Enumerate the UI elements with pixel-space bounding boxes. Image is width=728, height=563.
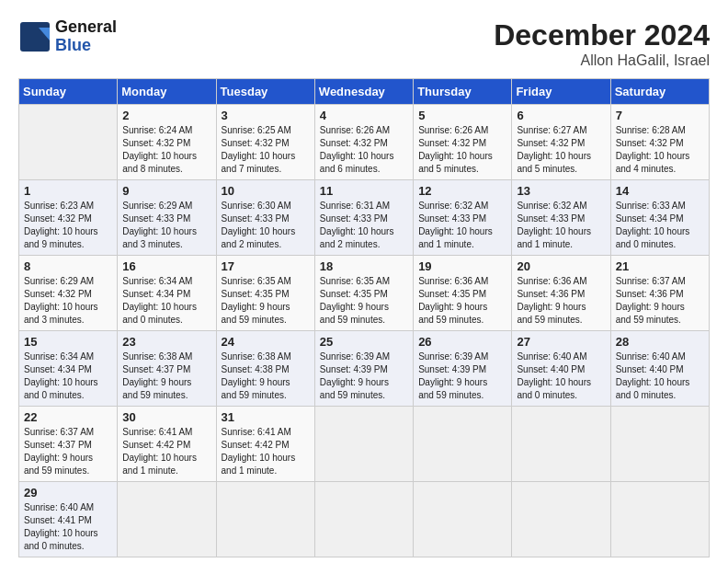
- calendar-cell: [414, 482, 512, 557]
- day-info: Sunrise: 6:34 AM Sunset: 4:34 PM Dayligh…: [24, 350, 112, 402]
- calendar-cell: 2Sunrise: 6:24 AM Sunset: 4:32 PM Daylig…: [118, 105, 216, 180]
- calendar-cell: 20Sunrise: 6:36 AM Sunset: 4:36 PM Dayli…: [512, 256, 610, 331]
- calendar-cell: 22Sunrise: 6:37 AM Sunset: 4:37 PM Dayli…: [19, 407, 118, 482]
- day-number: 8: [24, 259, 112, 273]
- day-info: Sunrise: 6:34 AM Sunset: 4:34 PM Dayligh…: [122, 275, 210, 327]
- calendar-cell: 11Sunrise: 6:31 AM Sunset: 4:33 PM Dayli…: [314, 180, 413, 256]
- calendar-cell: 1Sunrise: 6:23 AM Sunset: 4:32 PM Daylig…: [19, 180, 118, 256]
- day-of-week-sunday: Sunday: [19, 79, 118, 105]
- day-number: 4: [320, 109, 408, 122]
- day-info: Sunrise: 6:40 AM Sunset: 4:41 PM Dayligh…: [24, 501, 112, 553]
- calendar-cell: 3Sunrise: 6:25 AM Sunset: 4:32 PM Daylig…: [216, 105, 314, 180]
- day-number: 10: [222, 184, 310, 198]
- calendar-cell: 15Sunrise: 6:34 AM Sunset: 4:34 PM Dayli…: [19, 331, 118, 407]
- day-number: 12: [418, 184, 506, 198]
- day-number: 1: [24, 184, 112, 198]
- day-number: 31: [222, 410, 310, 424]
- day-info: Sunrise: 6:41 AM Sunset: 4:42 PM Dayligh…: [122, 426, 210, 477]
- day-info: Sunrise: 6:35 AM Sunset: 4:35 PM Dayligh…: [222, 275, 310, 327]
- day-number: 20: [517, 259, 605, 273]
- calendar-cell: 10Sunrise: 6:30 AM Sunset: 4:33 PM Dayli…: [216, 180, 314, 256]
- day-number: 22: [24, 410, 112, 424]
- day-info: Sunrise: 6:27 AM Sunset: 4:32 PM Dayligh…: [517, 124, 605, 176]
- day-info: Sunrise: 6:29 AM Sunset: 4:33 PM Dayligh…: [122, 200, 210, 251]
- day-info: Sunrise: 6:35 AM Sunset: 4:35 PM Dayligh…: [320, 275, 408, 327]
- day-number: 28: [616, 335, 704, 349]
- logo-text-blue: Blue: [55, 37, 117, 55]
- calendar-cell: 24Sunrise: 6:38 AM Sunset: 4:38 PM Dayli…: [216, 331, 314, 407]
- day-of-week-tuesday: Tuesday: [216, 79, 314, 105]
- calendar-cell: 5Sunrise: 6:26 AM Sunset: 4:32 PM Daylig…: [414, 105, 512, 180]
- calendar-table: SundayMondayTuesdayWednesdayThursdayFrid…: [18, 78, 710, 557]
- calendar-cell: [314, 407, 413, 482]
- calendar-cell: [414, 407, 512, 482]
- day-info: Sunrise: 6:24 AM Sunset: 4:32 PM Dayligh…: [122, 124, 210, 176]
- day-number: 9: [122, 184, 210, 198]
- calendar-cell: 16Sunrise: 6:34 AM Sunset: 4:34 PM Dayli…: [118, 256, 216, 331]
- day-info: Sunrise: 6:36 AM Sunset: 4:35 PM Dayligh…: [418, 275, 506, 327]
- logo-text-general: General: [55, 18, 117, 37]
- calendar-cell: 7Sunrise: 6:28 AM Sunset: 4:32 PM Daylig…: [610, 105, 709, 180]
- day-number: 7: [616, 109, 704, 122]
- day-info: Sunrise: 6:33 AM Sunset: 4:34 PM Dayligh…: [616, 200, 704, 251]
- calendar-cell: 30Sunrise: 6:41 AM Sunset: 4:42 PM Dayli…: [118, 407, 216, 482]
- day-number: 14: [616, 184, 704, 198]
- calendar-week-row: 2Sunrise: 6:24 AM Sunset: 4:32 PM Daylig…: [19, 105, 710, 180]
- day-of-week-monday: Monday: [118, 79, 216, 105]
- day-info: Sunrise: 6:32 AM Sunset: 4:33 PM Dayligh…: [418, 200, 506, 251]
- day-info: Sunrise: 6:38 AM Sunset: 4:38 PM Dayligh…: [222, 350, 310, 402]
- day-number: 18: [320, 259, 408, 273]
- day-number: 11: [320, 184, 408, 198]
- day-info: Sunrise: 6:29 AM Sunset: 4:32 PM Dayligh…: [24, 275, 112, 327]
- day-number: 29: [24, 486, 112, 500]
- day-number: 19: [418, 259, 506, 273]
- day-of-week-saturday: Saturday: [610, 79, 709, 105]
- day-info: Sunrise: 6:39 AM Sunset: 4:39 PM Dayligh…: [320, 350, 408, 402]
- day-number: 3: [222, 109, 310, 122]
- day-number: 16: [122, 259, 210, 273]
- day-info: Sunrise: 6:26 AM Sunset: 4:32 PM Dayligh…: [320, 124, 408, 176]
- calendar-cell: 28Sunrise: 6:40 AM Sunset: 4:40 PM Dayli…: [610, 331, 709, 407]
- day-of-week-wednesday: Wednesday: [314, 79, 413, 105]
- calendar-header-row: SundayMondayTuesdayWednesdayThursdayFrid…: [19, 79, 710, 105]
- day-info: Sunrise: 6:31 AM Sunset: 4:33 PM Dayligh…: [320, 200, 408, 251]
- calendar-cell: [314, 482, 413, 557]
- calendar-cell: 17Sunrise: 6:35 AM Sunset: 4:35 PM Dayli…: [216, 256, 314, 331]
- calendar-cell: 13Sunrise: 6:32 AM Sunset: 4:33 PM Dayli…: [512, 180, 610, 256]
- calendar-cell: 18Sunrise: 6:35 AM Sunset: 4:35 PM Dayli…: [314, 256, 413, 331]
- day-info: Sunrise: 6:30 AM Sunset: 4:33 PM Dayligh…: [222, 200, 310, 251]
- calendar-cell: 25Sunrise: 6:39 AM Sunset: 4:39 PM Dayli…: [314, 331, 413, 407]
- day-info: Sunrise: 6:28 AM Sunset: 4:32 PM Dayligh…: [616, 124, 704, 176]
- calendar-cell: 12Sunrise: 6:32 AM Sunset: 4:33 PM Dayli…: [414, 180, 512, 256]
- calendar-cell: [19, 105, 118, 180]
- calendar-cell: [610, 482, 709, 557]
- day-number: 6: [517, 109, 605, 122]
- calendar-body: 2Sunrise: 6:24 AM Sunset: 4:32 PM Daylig…: [19, 105, 710, 557]
- day-of-week-friday: Friday: [512, 79, 610, 105]
- day-number: 5: [418, 109, 506, 122]
- calendar-cell: 4Sunrise: 6:26 AM Sunset: 4:32 PM Daylig…: [314, 105, 413, 180]
- page-header: General Blue December 2024 Allon HaGalil…: [18, 18, 710, 69]
- logo-icon: [18, 20, 51, 53]
- day-number: 30: [122, 410, 210, 424]
- day-number: 21: [616, 259, 704, 273]
- calendar-cell: 14Sunrise: 6:33 AM Sunset: 4:34 PM Dayli…: [610, 180, 709, 256]
- day-info: Sunrise: 6:36 AM Sunset: 4:36 PM Dayligh…: [517, 275, 605, 327]
- day-number: 26: [418, 335, 506, 349]
- calendar-cell: [610, 407, 709, 482]
- day-info: Sunrise: 6:37 AM Sunset: 4:36 PM Dayligh…: [616, 275, 704, 327]
- day-number: 24: [222, 335, 310, 349]
- svg-rect-0: [20, 22, 50, 52]
- calendar-week-row: 1Sunrise: 6:23 AM Sunset: 4:32 PM Daylig…: [19, 180, 710, 256]
- day-number: 15: [24, 335, 112, 349]
- calendar-cell: [512, 482, 610, 557]
- calendar-cell: 31Sunrise: 6:41 AM Sunset: 4:42 PM Dayli…: [216, 407, 314, 482]
- calendar-cell: [216, 482, 314, 557]
- day-info: Sunrise: 6:32 AM Sunset: 4:33 PM Dayligh…: [517, 200, 605, 251]
- day-of-week-thursday: Thursday: [414, 79, 512, 105]
- calendar-week-row: 15Sunrise: 6:34 AM Sunset: 4:34 PM Dayli…: [19, 331, 710, 407]
- calendar-cell: 29Sunrise: 6:40 AM Sunset: 4:41 PM Dayli…: [19, 482, 118, 557]
- calendar-cell: [512, 407, 610, 482]
- calendar-week-row: 22Sunrise: 6:37 AM Sunset: 4:37 PM Dayli…: [19, 407, 710, 482]
- day-info: Sunrise: 6:37 AM Sunset: 4:37 PM Dayligh…: [24, 426, 112, 477]
